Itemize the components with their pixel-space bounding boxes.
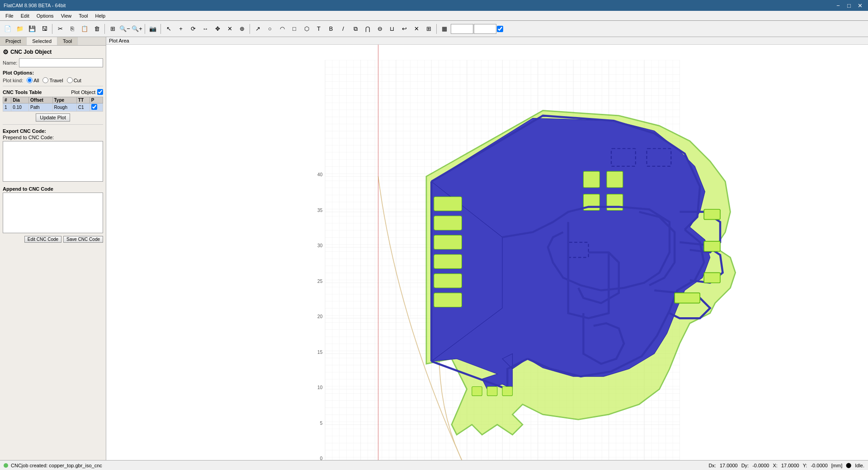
toolbar-checkbox[interactable]	[497, 26, 503, 32]
col-dia: Dia	[11, 97, 29, 103]
radio-travel-label[interactable]: Travel	[42, 77, 63, 83]
toolbar-input1[interactable]: 1.0	[451, 24, 473, 34]
cell-type: Rough	[52, 103, 76, 112]
export-cnc-section: Export CNC Code: Prepend to CNC Code:	[3, 128, 103, 183]
close-button[interactable]: ✕	[855, 2, 864, 9]
tools-table-header: CNC Tools Table Plot Object	[3, 89, 103, 95]
name-input[interactable]: copper_top.gbr_iso_cnc	[19, 58, 103, 67]
plot-obj-checkbox[interactable]	[97, 89, 103, 95]
toolbar-copy-btn[interactable]: ⎘	[66, 23, 78, 35]
status-indicator	[4, 463, 8, 468]
svg-rect-47	[434, 254, 462, 268]
toolbar-zoom-fit-btn[interactable]: ⊞	[107, 23, 118, 35]
toolbar-cursor-btn[interactable]: ↗	[252, 23, 264, 35]
edit-cnc-button[interactable]: Edit CNC Code	[24, 236, 61, 243]
toolbar-new-btn[interactable]: 📄	[2, 23, 14, 35]
toolbar-connect-btn[interactable]: ⊕	[236, 23, 248, 35]
toolbar-paste-btn[interactable]: 📋	[79, 23, 90, 35]
plot-options-title: Plot Options:	[3, 70, 103, 75]
toolbar-zoom-in-btn[interactable]: 🔍+	[131, 23, 143, 35]
toolbar-arc-btn[interactable]: ◠	[276, 23, 288, 35]
toolbar-screenshot-btn[interactable]: 📷	[147, 23, 159, 35]
row-checkbox[interactable]	[91, 104, 97, 110]
toolbar-cut-btn[interactable]: ✂	[54, 23, 66, 35]
maximize-button[interactable]: □	[844, 2, 854, 9]
minimize-button[interactable]: −	[834, 2, 843, 9]
toolbar-move-btn[interactable]: ✥	[212, 23, 223, 35]
toolbar-x2-btn[interactable]: ✕	[410, 23, 422, 35]
cell-tt: C1	[76, 103, 90, 112]
export-cnc-label: Export CNC Code:	[3, 128, 103, 134]
svg-rect-63	[472, 386, 482, 395]
panel-content: ⚙ CNC Job Object Name: copper_top.gbr_is…	[0, 46, 106, 460]
toolbar-x-btn[interactable]: ✕	[224, 23, 236, 35]
update-plot-button[interactable]: Update Plot	[36, 113, 70, 122]
toolbar-sub-btn[interactable]: ⊖	[374, 23, 386, 35]
menu-help[interactable]: Help	[91, 12, 109, 19]
object-header: ⚙ CNC Job Object	[3, 48, 103, 56]
unit: [mm]	[831, 463, 842, 468]
menu-options[interactable]: Options	[33, 12, 57, 19]
toolbar-transform-btn[interactable]: ⟳	[187, 23, 199, 35]
toolbar-bold-btn[interactable]: B	[325, 23, 337, 35]
append-textarea[interactable]	[3, 193, 103, 233]
tab-selected[interactable]: Selected	[27, 37, 57, 45]
toolbar-union-btn[interactable]: ⊔	[386, 23, 398, 35]
svg-rect-62	[487, 386, 497, 395]
prepend-textarea[interactable]	[3, 141, 103, 182]
svg-text:40: 40	[317, 172, 323, 177]
toolbar-pointer-btn[interactable]: ↖	[163, 23, 175, 35]
toolbar-buf-btn[interactable]: ⧉	[349, 23, 361, 35]
name-label: Name:	[3, 60, 17, 66]
radio-travel-input[interactable]	[42, 77, 48, 83]
cell-p	[90, 103, 103, 112]
svg-rect-57	[704, 209, 720, 219]
plot-obj-label: Plot Object	[71, 89, 95, 95]
toolbar-text-btn[interactable]: T	[313, 23, 325, 35]
y-value: -0.0000	[811, 463, 827, 468]
toolbar-rect-btn[interactable]: □	[288, 23, 300, 35]
svg-text:25: 25	[317, 279, 323, 284]
tab-project[interactable]: Project	[0, 37, 27, 45]
col-num: #	[3, 97, 11, 103]
dx-value: 17.0000	[720, 463, 738, 468]
svg-text:0: 0	[320, 456, 323, 460]
toolbar-zoom-out-btn[interactable]: 🔍−	[119, 23, 131, 35]
main-content: Project Selected Tool ⚙ CNC Job Object N…	[0, 37, 868, 460]
y-label: Y:	[803, 463, 807, 468]
toolbar-plus-btn[interactable]: +	[175, 23, 187, 35]
toolbar: 📄 📁 💾 🖫 ✂ ⎘ 📋 🗑 ⊞ 🔍− 🔍+ 📷 ↖ + ⟳ ↔ ✥ ✕ ⊕ …	[0, 21, 868, 37]
radio-cut-label[interactable]: Cut	[67, 77, 81, 83]
menu-file[interactable]: File	[2, 12, 17, 19]
plot-area: Plot Area 0 5 10 15	[106, 37, 868, 460]
save-cnc-button[interactable]: Save CNC Code	[63, 236, 103, 243]
append-label: Append to CNC Code	[3, 186, 103, 192]
toolbar-flip-btn[interactable]: ↔	[199, 23, 211, 35]
toolbar-int-btn[interactable]: ⋂	[362, 23, 373, 35]
radio-all-label[interactable]: All	[27, 77, 39, 83]
toolbar-undo-btn[interactable]: ↩	[398, 23, 410, 35]
menu-tool[interactable]: Tool	[75, 12, 91, 19]
toolbar-snap-btn[interactable]: ▦	[439, 23, 450, 35]
svg-text:5: 5	[320, 421, 323, 426]
toolbar-open-btn[interactable]: 📁	[14, 23, 26, 35]
svg-text:10: 10	[317, 385, 323, 390]
toolbar-saveas-btn[interactable]: 🖫	[38, 23, 50, 35]
radio-cut-input[interactable]	[67, 77, 73, 83]
toolbar-input2[interactable]: 1.0	[474, 24, 496, 34]
plot-canvas[interactable]: 0 5 10 15 20 25 30 35 40	[106, 45, 868, 460]
toolbar-save-btn[interactable]: 💾	[26, 23, 38, 35]
toolbar-sep-6	[436, 24, 437, 34]
radio-all-input[interactable]	[27, 77, 33, 83]
toolbar-circle-btn[interactable]: ○	[264, 23, 276, 35]
svg-rect-61	[502, 386, 512, 395]
menu-view[interactable]: View	[57, 12, 75, 19]
plot-obj-row: Plot Object	[71, 89, 103, 95]
toolbar-delete-btn[interactable]: 🗑	[91, 23, 103, 35]
toolbar-line-btn[interactable]: /	[337, 23, 349, 35]
table-row[interactable]: 1 0.10 Path Rough C1	[3, 103, 103, 112]
toolbar-grid-btn[interactable]: ⊞	[423, 23, 434, 35]
tab-tool[interactable]: Tool	[57, 37, 78, 45]
menu-edit[interactable]: Edit	[17, 12, 33, 19]
toolbar-poly-btn[interactable]: ⬡	[301, 23, 312, 35]
